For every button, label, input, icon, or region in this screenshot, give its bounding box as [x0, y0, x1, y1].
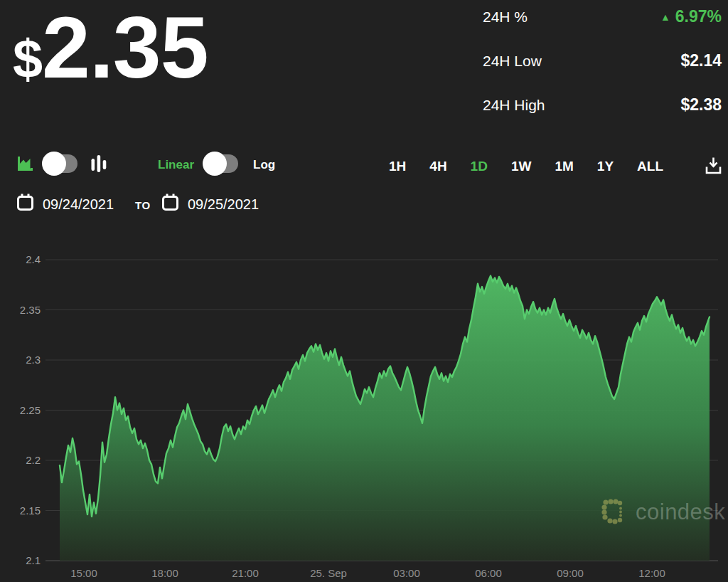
- price-chart-canvas[interactable]: 2.42.352.32.252.22.152.115:0018:0021:002…: [0, 242, 728, 582]
- area-chart-icon[interactable]: [16, 154, 34, 174]
- x-axis-label: 03:00: [393, 567, 420, 579]
- date-range-separator: TO: [135, 199, 151, 211]
- price-area-fill: [60, 276, 710, 561]
- x-axis-label: 12:00: [638, 567, 665, 579]
- x-axis-label: 21:00: [232, 567, 259, 579]
- stat-row-24h-high: 24H High $2.38: [483, 95, 722, 115]
- scale-toggle[interactable]: [205, 154, 238, 173]
- x-axis-label: 09:00: [557, 567, 584, 579]
- candlestick-icon[interactable]: [91, 154, 107, 176]
- y-axis-label: 2.2: [26, 454, 41, 466]
- stat-row-24h-low: 24H Low $2.14: [483, 51, 722, 70]
- range-button-1d[interactable]: 1D: [471, 159, 488, 174]
- currency-symbol: $: [13, 29, 42, 89]
- date-to-value[interactable]: 09/25/2021: [188, 196, 259, 213]
- stat-label: 24H Low: [483, 53, 542, 70]
- date-from-value[interactable]: 09/24/2021: [43, 196, 114, 213]
- x-axis-label: 15:00: [70, 567, 97, 579]
- linear-label: Linear: [158, 158, 194, 172]
- range-button-all[interactable]: ALL: [637, 159, 663, 174]
- range-button-1h[interactable]: 1H: [389, 159, 406, 174]
- calendar-icon-to[interactable]: [161, 193, 179, 213]
- stat-label: 24H %: [483, 9, 528, 26]
- y-axis-label: 2.1: [26, 554, 41, 566]
- chart-style-toggle[interactable]: [44, 154, 77, 173]
- stats-panel: 24H % ▲6.97% 24H Low $2.14 24H High $2.3…: [483, 7, 722, 139]
- calendar-icon-from[interactable]: [16, 193, 34, 213]
- download-icon[interactable]: [705, 156, 722, 177]
- time-range-selector: 1H 4H 1D 1W 1M 1Y ALL: [389, 156, 722, 177]
- range-button-1y[interactable]: 1Y: [597, 159, 614, 174]
- x-axis-label: 06:00: [475, 567, 502, 579]
- stat-value-24h-percent: ▲6.97%: [660, 7, 722, 26]
- x-axis-label: 25. Sep: [310, 567, 347, 579]
- y-axis-label: 2.3: [26, 354, 41, 366]
- y-axis-label: 2.35: [20, 304, 41, 316]
- toggle-knob: [203, 152, 227, 176]
- y-axis-label: 2.25: [20, 404, 41, 416]
- stat-row-24h-percent: 24H % ▲6.97%: [483, 7, 722, 26]
- stat-value-24h-low: $2.14: [680, 51, 722, 70]
- price-chart-area[interactable]: 2.42.352.32.252.22.152.115:0018:0021:002…: [0, 242, 728, 582]
- stat-value-24h-high: $2.38: [680, 95, 722, 115]
- x-axis-label: 18:00: [151, 567, 178, 579]
- toggle-knob: [42, 152, 66, 176]
- stat-label: 24H High: [483, 97, 545, 114]
- up-triangle-icon: ▲: [660, 11, 670, 23]
- current-price: $2.35: [13, 4, 208, 91]
- range-button-4h[interactable]: 4H: [429, 159, 446, 174]
- log-label: Log: [253, 158, 275, 172]
- y-axis-label: 2.4: [26, 253, 41, 265]
- y-axis-label: 2.15: [20, 504, 41, 517]
- range-button-1w[interactable]: 1W: [511, 159, 532, 174]
- price-value: 2.35: [42, 0, 208, 96]
- range-button-1m[interactable]: 1M: [555, 159, 573, 174]
